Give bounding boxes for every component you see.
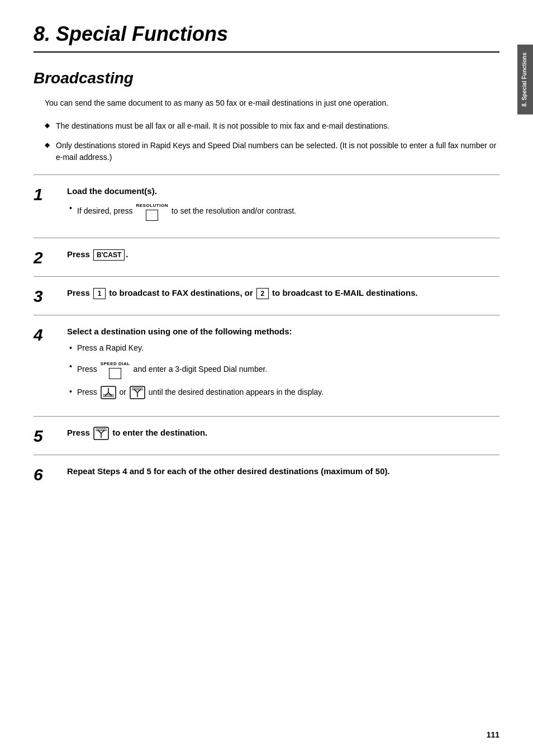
step-1-sub-1-before: If desired, press — [77, 206, 133, 215]
step-2-main: Press B'CAST. — [67, 248, 499, 261]
step-1-content: Load the document(s). If desired, press … — [67, 185, 499, 228]
key-2: 2 — [256, 288, 269, 299]
step-4-content: Select a destination using one of the fo… — [67, 325, 499, 407]
step-6-content: Repeat Steps 4 and 5 for each of the oth… — [67, 465, 499, 483]
step-2: 2 Press B'CAST. — [34, 238, 499, 276]
step-3-mid: to broadcast to FAX destinations, or — [109, 288, 255, 297]
step-4-sub-2: Press SPEED DIAL and enter a 3-digit Spe… — [67, 361, 499, 379]
step-4-sub-1-text: Press a Rapid Key. — [77, 343, 144, 352]
side-tab-label: 8. Special Functions — [521, 53, 527, 107]
resolution-key-label: RESOLUTION — [136, 202, 168, 209]
step-1-sub-1: If desired, press RESOLUTION to set the … — [67, 202, 499, 221]
step-5: 5 Press to enter the destination. — [34, 416, 499, 455]
resolution-key-square — [146, 210, 158, 221]
bcast-key: B'CAST — [93, 249, 125, 261]
notes-list: The destinations must be all fax or all … — [45, 120, 499, 163]
page-container: 8. Special Functions 8. Special Function… — [0, 0, 533, 756]
step-4-number: 4 — [34, 325, 61, 343]
speeddial-key-label: SPEED DIAL — [101, 361, 130, 367]
step-3-number: 3 — [34, 287, 61, 305]
step-6-number: 6 — [34, 465, 61, 483]
key-1: 1 — [93, 288, 106, 299]
step-2-prefix: Press — [67, 249, 90, 259]
step-4-sub-2-before: Press — [77, 365, 99, 374]
steps-container: 1 Load the document(s). If desired, pres… — [34, 174, 499, 493]
step-4-sub-3-or: or — [120, 388, 129, 396]
page-title: 8. Special Functions — [34, 22, 499, 53]
step-5-enter-key — [93, 427, 109, 440]
section-title: Broadcasting — [34, 69, 499, 87]
speeddial-key-square — [109, 368, 121, 379]
arrow-up-key — [101, 386, 116, 399]
step-4-main: Select a destination using one of the fo… — [67, 325, 499, 338]
intro-text: You can send the same document to as man… — [45, 97, 499, 109]
speeddial-key: SPEED DIAL — [101, 361, 130, 379]
step-3: 3 Press 1 to broadcast to FAX destinatio… — [34, 276, 499, 315]
step-2-number: 2 — [34, 248, 61, 266]
step-4-sub-3-after: until the desired destination appears in… — [149, 388, 323, 396]
step-4-sub-2-after: and enter a 3-digit Speed Dial number. — [134, 365, 268, 374]
note-item: Only destinations stored in Rapid Keys a… — [45, 140, 499, 163]
step-4-sub-3: Press or — [67, 386, 499, 399]
step-3-content: Press 1 to broadcast to FAX destinations… — [67, 287, 499, 304]
step-4-subs: Press a Rapid Key. Press SPEED DIAL and … — [67, 342, 499, 399]
arrow-down-key — [130, 386, 145, 399]
step-4-sub-1: Press a Rapid Key. — [67, 342, 499, 354]
step-3-suffix: to broadcast to E-MAIL destinations. — [272, 288, 418, 297]
step-1: 1 Load the document(s). If desired, pres… — [34, 174, 499, 238]
step-1-subs: If desired, press RESOLUTION to set the … — [67, 202, 499, 221]
side-tab: 8. Special Functions — [517, 45, 533, 115]
step-5-main: Press to enter the destination. — [67, 427, 499, 440]
step-4: 4 Select a destination using one of the … — [34, 315, 499, 417]
step-5-content: Press to enter the destination. — [67, 427, 499, 445]
step-2-suffix: . — [126, 249, 128, 259]
step-2-content: Press B'CAST. — [67, 248, 499, 266]
step-4-sub-3-before: Press — [77, 388, 99, 396]
step-3-main: Press 1 to broadcast to FAX destinations… — [67, 287, 499, 300]
step-1-main: Load the document(s). — [67, 185, 499, 198]
step-6: 6 Repeat Steps 4 and 5 for each of the o… — [34, 455, 499, 493]
step-3-prefix: Press — [67, 288, 92, 297]
step-1-number: 1 — [34, 185, 61, 203]
page-number: 111 — [487, 730, 499, 739]
step-5-suffix: to enter the destination. — [112, 428, 207, 437]
step-5-prefix: Press — [67, 428, 92, 437]
step-1-sub-1-after: to set the resolution and/or contrast. — [172, 206, 296, 215]
step-5-number: 5 — [34, 427, 61, 445]
note-item: The destinations must be all fax or all … — [45, 120, 499, 132]
step-6-main: Repeat Steps 4 and 5 for each of the oth… — [67, 465, 499, 478]
resolution-key: RESOLUTION — [136, 202, 168, 221]
